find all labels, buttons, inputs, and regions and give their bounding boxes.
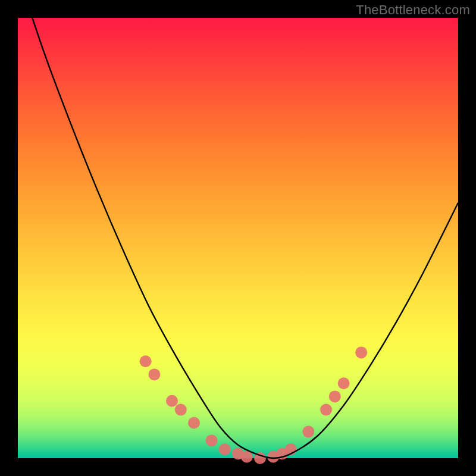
curve-marker xyxy=(148,368,160,380)
curve-marker xyxy=(188,417,200,429)
curve-path xyxy=(18,0,458,458)
curve-marker xyxy=(219,443,231,455)
watermark-text: TheBottleneck.com xyxy=(356,2,470,18)
curve-marker xyxy=(140,355,152,367)
curve-marker xyxy=(302,426,314,438)
curve-marker xyxy=(175,404,187,416)
plot-area xyxy=(18,18,458,458)
bottleneck-curve xyxy=(18,18,458,458)
curve-marker xyxy=(166,395,178,407)
curve-marker xyxy=(206,434,218,446)
curve-marker xyxy=(329,390,341,402)
curve-marker xyxy=(355,346,367,358)
curve-marker xyxy=(320,404,332,416)
chart-frame: TheBottleneck.com xyxy=(0,0,476,476)
curve-marker xyxy=(338,377,350,389)
curve-markers xyxy=(140,346,368,464)
